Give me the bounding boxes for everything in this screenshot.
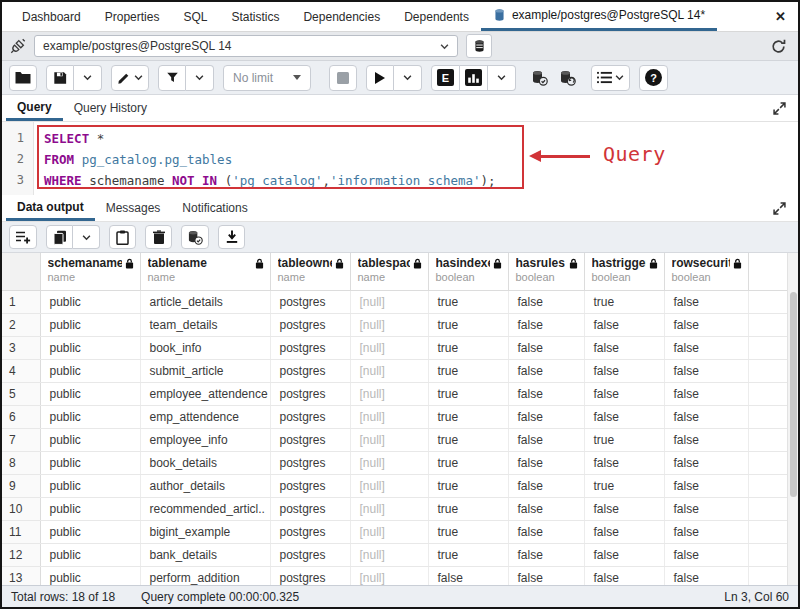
expand-editor-icon[interactable] xyxy=(773,95,786,121)
grid-cell[interactable]: true xyxy=(428,336,508,359)
grid-cell[interactable]: false xyxy=(584,336,664,359)
grid-cell[interactable]: postgres xyxy=(270,405,350,428)
grid-cell[interactable]: true xyxy=(584,290,664,313)
new-connection-button[interactable] xyxy=(466,34,492,58)
column-header-tableowner[interactable]: tableownername xyxy=(270,253,350,290)
grid-cell[interactable]: emp_attendence xyxy=(140,405,270,428)
column-header-rowsecurity[interactable]: rowsecurityboolean xyxy=(664,253,748,290)
column-header-tablespace[interactable]: tablespacename xyxy=(350,253,428,290)
help-button[interactable]: ? xyxy=(639,65,668,91)
grid-cell[interactable]: false xyxy=(428,566,508,585)
tab-query[interactable]: Query xyxy=(6,95,63,121)
row-number[interactable]: 1 xyxy=(2,290,40,313)
grid-cell[interactable]: false xyxy=(664,428,748,451)
row-number[interactable]: 7 xyxy=(2,428,40,451)
grid-cell[interactable]: public xyxy=(40,566,140,585)
column-header-hastriggers[interactable]: hastriggersboolean xyxy=(584,253,664,290)
grid-cell[interactable]: false xyxy=(508,474,584,497)
explain-menu-chevron-icon[interactable] xyxy=(488,65,516,91)
grid-cell[interactable]: true xyxy=(428,382,508,405)
download-results-button[interactable] xyxy=(218,225,245,249)
code-line[interactable]: WHERE schemaname NOT IN ('pg_catalog','i… xyxy=(44,170,798,191)
tab-query-history[interactable]: Query History xyxy=(63,95,158,121)
tab-dashboard[interactable]: Dashboard xyxy=(10,2,93,31)
grid-cell[interactable]: false xyxy=(508,428,584,451)
grid-cell[interactable]: employee_attendence xyxy=(140,382,270,405)
grid-cell[interactable]: public xyxy=(40,313,140,336)
grid-cell[interactable]: false xyxy=(584,566,664,585)
grid-cell[interactable]: submit_article xyxy=(140,359,270,382)
rollback-button[interactable] xyxy=(554,65,582,91)
grid-cell[interactable]: [null] xyxy=(350,336,428,359)
column-header-hasindexes[interactable]: hasindexesboolean xyxy=(428,253,508,290)
row-number[interactable]: 11 xyxy=(2,520,40,543)
code-line[interactable]: FROM pg_catalog.pg_tables xyxy=(44,149,798,170)
grid-cell[interactable]: false xyxy=(508,497,584,520)
grid-cell[interactable]: false xyxy=(664,290,748,313)
grid-cell[interactable]: postgres xyxy=(270,313,350,336)
grid-cell[interactable]: public xyxy=(40,382,140,405)
column-header-hasrules[interactable]: hasrulesboolean xyxy=(508,253,584,290)
grid-cell[interactable]: bigint_example xyxy=(140,520,270,543)
row-number[interactable]: 12 xyxy=(2,543,40,566)
row-number[interactable]: 13 xyxy=(2,566,40,585)
row-number[interactable]: 6 xyxy=(2,405,40,428)
filter-menu-chevron-icon[interactable] xyxy=(186,65,214,91)
grid-cell[interactable]: postgres xyxy=(270,566,350,585)
close-icon[interactable]: ✕ xyxy=(775,2,786,31)
grid-cell[interactable]: [null] xyxy=(350,382,428,405)
grid-cell[interactable]: false xyxy=(664,405,748,428)
grid-cell[interactable]: postgres xyxy=(270,520,350,543)
grid-cell[interactable]: public xyxy=(40,428,140,451)
tab-properties[interactable]: Properties xyxy=(93,2,172,31)
commit-button[interactable] xyxy=(525,65,554,91)
grid-cell[interactable]: true xyxy=(428,520,508,543)
grid-cell[interactable]: false xyxy=(508,336,584,359)
grid-cell[interactable]: false xyxy=(664,313,748,336)
grid-cell[interactable]: false xyxy=(508,405,584,428)
grid-cell[interactable]: public xyxy=(40,520,140,543)
grid-cell[interactable]: [null] xyxy=(350,451,428,474)
grid-cell[interactable]: public xyxy=(40,405,140,428)
tab-sql[interactable]: SQL xyxy=(171,2,219,31)
grid-cell[interactable]: book_details xyxy=(140,451,270,474)
grid-cell[interactable]: false xyxy=(664,474,748,497)
grid-cell[interactable]: [null] xyxy=(350,359,428,382)
grid-cell[interactable]: false xyxy=(664,382,748,405)
tab-query-tool-active[interactable]: example/postgres@PostgreSQL 14* xyxy=(481,2,717,31)
tab-dependencies[interactable]: Dependencies xyxy=(291,2,392,31)
grid-cell[interactable]: false xyxy=(508,566,584,585)
row-number[interactable]: 4 xyxy=(2,359,40,382)
grid-cell[interactable]: public xyxy=(40,497,140,520)
row-number[interactable]: 10 xyxy=(2,497,40,520)
row-number[interactable]: 9 xyxy=(2,474,40,497)
grid-cell[interactable]: true xyxy=(428,290,508,313)
tab-notifications[interactable]: Notifications xyxy=(171,195,258,221)
grid-cell[interactable]: false xyxy=(664,566,748,585)
grid-cell[interactable]: [null] xyxy=(350,543,428,566)
execute-menu-chevron-icon[interactable] xyxy=(394,65,422,91)
macros-menu-button[interactable] xyxy=(591,65,630,91)
grid-cell[interactable]: [null] xyxy=(350,313,428,336)
grid-cell[interactable]: false xyxy=(664,336,748,359)
execute-query-button[interactable] xyxy=(366,65,394,91)
grid-cell[interactable]: false xyxy=(584,497,664,520)
save-data-changes-button[interactable] xyxy=(181,225,209,249)
grid-cell[interactable]: public xyxy=(40,543,140,566)
grid-cell[interactable]: [null] xyxy=(350,405,428,428)
grid-cell[interactable]: [null] xyxy=(350,520,428,543)
explain-button[interactable]: E xyxy=(431,65,460,91)
vertical-scrollbar[interactable] xyxy=(787,253,798,585)
grid-cell[interactable]: false xyxy=(508,382,584,405)
grid-cell[interactable]: false xyxy=(584,313,664,336)
grid-cell[interactable]: team_details xyxy=(140,313,270,336)
grid-cell[interactable]: false xyxy=(508,359,584,382)
row-number[interactable]: 3 xyxy=(2,336,40,359)
expand-output-icon[interactable] xyxy=(773,195,786,221)
grid-cell[interactable]: public xyxy=(40,359,140,382)
grid-cell[interactable]: false xyxy=(584,382,664,405)
grid-cell[interactable]: false xyxy=(664,497,748,520)
grid-cell[interactable]: public xyxy=(40,451,140,474)
add-row-button[interactable] xyxy=(9,225,37,249)
row-number[interactable]: 2 xyxy=(2,313,40,336)
